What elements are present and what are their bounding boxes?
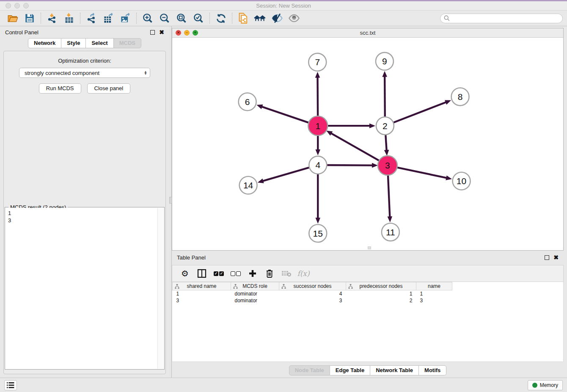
graph-edge-arrowhead — [315, 218, 320, 224]
zoom-in-button[interactable] — [139, 11, 156, 25]
hide-selected-button[interactable] — [269, 11, 286, 25]
minimize-window-icon[interactable] — [14, 3, 20, 8]
tab-motifs[interactable]: Motifs — [419, 365, 446, 375]
graph-node-label-1: 1 — [315, 121, 320, 131]
table-cell[interactable]: 1 — [173, 290, 231, 297]
tab-network-table[interactable]: Network Table — [370, 365, 419, 375]
table-settings-button[interactable]: ⚙ — [177, 267, 193, 280]
toolbar-separator — [41, 13, 41, 24]
table-cell[interactable]: 3 — [416, 297, 452, 304]
graph-edge-3-1[interactable] — [330, 133, 380, 161]
graph-edge-1-6[interactable] — [261, 106, 309, 123]
maximize-network-icon[interactable]: + — [193, 30, 198, 36]
table-cell[interactable]: 1 — [416, 290, 452, 297]
memory-button[interactable]: Memory — [528, 380, 563, 390]
network-splitter-grip[interactable] — [368, 246, 371, 249]
show-all-button[interactable] — [286, 11, 303, 25]
network-from-selection-button[interactable] — [235, 11, 252, 25]
maximize-window-icon[interactable] — [23, 3, 29, 8]
graph-edge-arrowhead — [258, 179, 264, 183]
tab-mcds[interactable]: MCDS — [114, 38, 141, 48]
tab-style[interactable]: Style — [61, 38, 86, 48]
graph-edge-1-7[interactable] — [317, 77, 318, 117]
zoom-out-button[interactable] — [156, 11, 173, 25]
criterion-select[interactable]: strongly connected component ▲▼ — [19, 68, 150, 78]
column-header-shared-name[interactable]: shared name — [173, 282, 231, 290]
tab-network[interactable]: Network — [28, 38, 61, 48]
table-row[interactable]: 1dominator411 — [173, 290, 452, 297]
run-mcds-button[interactable]: Run MCDS — [39, 83, 81, 94]
graph-edge-3-10[interactable] — [396, 167, 447, 178]
right-column: ✕ − + scc.txt 7968124314101511 Table Pan… — [172, 26, 567, 378]
search-icon — [444, 15, 450, 21]
minimize-network-icon[interactable]: − — [184, 30, 190, 36]
export-table-button[interactable] — [100, 11, 117, 25]
open-session-button[interactable] — [4, 11, 21, 25]
close-table-panel-icon[interactable]: ✖ — [553, 255, 559, 260]
import-table-button[interactable] — [61, 11, 77, 25]
control-panel-header: Control Panel ✖ — [0, 26, 169, 38]
export-network-button[interactable] — [83, 11, 100, 25]
toolbar-separator — [209, 13, 210, 24]
search-field[interactable] — [440, 14, 563, 23]
node-table-header-row: shared name MCDS role successor nodes pr… — [173, 282, 452, 290]
graph-edge-arrowhead — [384, 150, 389, 156]
close-panel-icon[interactable]: ✖ — [159, 30, 164, 35]
close-network-icon[interactable]: ✕ — [176, 30, 181, 36]
task-history-button[interactable] — [4, 380, 17, 390]
tab-node-table[interactable]: Node Table — [289, 365, 330, 375]
close-window-icon[interactable] — [6, 3, 11, 8]
checked-box-icon: ✓ — [219, 271, 224, 276]
search-input[interactable] — [452, 15, 559, 21]
show-column-panel-button[interactable] — [194, 267, 209, 280]
mcds-panel: Optimization criterion: strongly connect… — [3, 51, 166, 374]
network-canvas[interactable]: 7968124314101511 — [172, 38, 563, 250]
graph-edge-2-9[interactable] — [385, 76, 385, 117]
add-column-button[interactable] — [245, 267, 260, 280]
table-cell[interactable]: 3 — [173, 297, 231, 304]
column-header-successor-nodes[interactable]: successor nodes — [279, 282, 346, 290]
apply-layout-button[interactable] — [212, 11, 229, 25]
table-cell[interactable]: 1 — [346, 290, 416, 297]
graph-node-label-14: 14 — [243, 180, 253, 190]
save-floppy-icon — [24, 13, 35, 24]
graph-edge-2-3[interactable] — [385, 135, 386, 151]
column-header-predecessor-nodes[interactable]: predecessor nodes — [346, 282, 416, 290]
column-header-name[interactable]: name — [416, 282, 452, 290]
graph-edge-3-11[interactable] — [388, 175, 390, 218]
graph-edge-2-8[interactable] — [394, 102, 447, 123]
first-neighbors-button[interactable] — [252, 11, 269, 25]
network-window-controls[interactable]: ✕ − + — [176, 30, 198, 36]
table-panel-title: Table Panel — [177, 254, 206, 261]
graph-edge-4-14[interactable] — [262, 168, 309, 181]
save-session-button[interactable] — [21, 11, 38, 25]
float-panel-icon[interactable] — [150, 30, 155, 35]
export-image-button[interactable] — [117, 11, 134, 25]
node-table-area[interactable]: shared name MCDS role successor nodes pr… — [172, 282, 564, 362]
graph-node-label-15: 15 — [313, 229, 323, 238]
table-cell[interactable]: 2 — [346, 297, 416, 304]
select-all-rows-button[interactable]: ✓✓ — [211, 267, 226, 280]
table-cell[interactable]: dominator — [231, 290, 279, 297]
app-window-controls[interactable] — [6, 3, 29, 8]
float-table-panel-icon[interactable] — [545, 255, 549, 260]
deselect-all-rows-button[interactable] — [228, 267, 243, 280]
mcds-result-list[interactable]: 13 — [6, 208, 157, 369]
tab-select[interactable]: Select — [86, 38, 113, 48]
import-network-button[interactable] — [44, 11, 61, 25]
graph-edge-4-3[interactable] — [327, 165, 373, 166]
delete-table-button[interactable] — [279, 267, 294, 280]
attribute-tree-icon — [348, 284, 353, 290]
table-cell[interactable]: 3 — [279, 297, 346, 304]
table-cell[interactable]: 4 — [279, 290, 346, 297]
zoom-fit-button[interactable] — [173, 11, 190, 25]
table-row[interactable]: 3dominator323 — [173, 297, 452, 304]
zoom-selected-button[interactable] — [190, 11, 207, 25]
mcds-result-scrollbar[interactable] — [157, 208, 164, 369]
column-header-mcds-role[interactable]: MCDS role — [231, 282, 279, 290]
function-builder-button[interactable]: f(x) — [296, 267, 311, 280]
tab-edge-table[interactable]: Edge Table — [330, 365, 370, 375]
delete-column-button[interactable] — [262, 267, 277, 280]
close-panel-button[interactable]: Close panel — [87, 83, 131, 94]
table-cell[interactable]: dominator — [231, 297, 279, 304]
